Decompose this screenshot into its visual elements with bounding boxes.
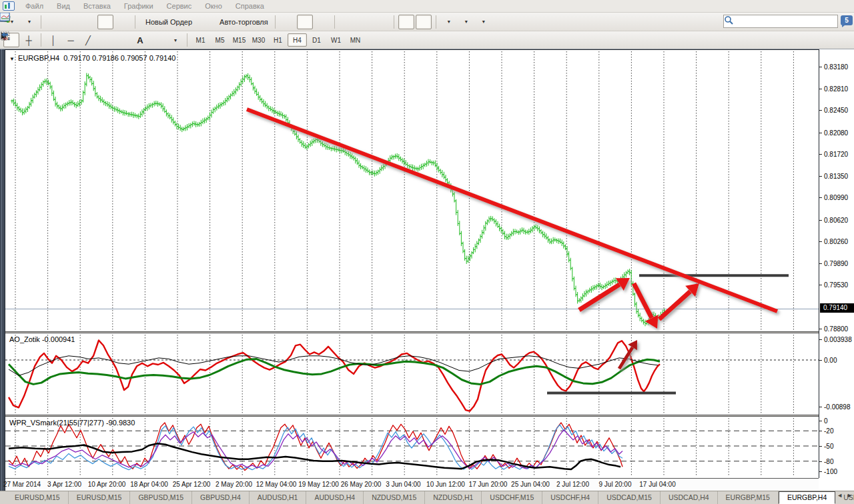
- text-label-tool-button[interactable]: T: [149, 33, 165, 47]
- menu-item-окно[interactable]: Окно: [198, 1, 229, 11]
- tab-scroll-left-icon[interactable]: ◄: [837, 492, 843, 499]
- market-watch-button[interactable]: [45, 15, 61, 29]
- search-input[interactable]: [724, 17, 835, 25]
- chart-dropdown-icon[interactable]: ▼: [9, 56, 15, 62]
- text-tool-button[interactable]: A: [132, 33, 148, 47]
- pair-tab-usdcad-m15[interactable]: USDCAD,M15: [598, 491, 661, 504]
- trendline-icon: ╱: [85, 36, 91, 45]
- ao-indicator-value: -0.000941: [42, 335, 75, 343]
- price-axis[interactable]: 0.831800.828100.824500.820800.817200.813…: [819, 49, 854, 478]
- toolbar-separator: [135, 15, 135, 29]
- pair-tab-audusd-h4[interactable]: AUDUSD,H4: [306, 491, 364, 504]
- price-chart-canvas[interactable]: [5, 50, 819, 331]
- strategy-tester-button[interactable]: [115, 15, 131, 29]
- standard-toolbar: ▾ ▾ Новый Ордер Авто-торговля: [0, 13, 854, 31]
- timeframe-d1[interactable]: D1: [307, 33, 326, 47]
- pair-tab-eurusd-m15[interactable]: EURUSD,M15: [69, 491, 131, 504]
- profiles-button[interactable]: ▾: [21, 15, 37, 29]
- wpr-axis-tick: [819, 431, 822, 431]
- pair-tab-nzdusd-h1[interactable]: NZDUSD,H1: [425, 491, 482, 504]
- mt4-window: ФайлВидВставкаГрафикиСервисОкноСправка ▾…: [0, 0, 854, 504]
- indicators-button[interactable]: ▾: [440, 15, 456, 29]
- pair-tab-eurgbp-h4[interactable]: EURGBP,H4: [779, 491, 835, 504]
- window-splitter[interactable]: [0, 49, 5, 504]
- zoom-out-button[interactable]: [356, 15, 372, 29]
- timeframe-m30[interactable]: M30: [249, 33, 268, 47]
- auto-scroll-button[interactable]: [398, 15, 414, 29]
- line-chart-type-button[interactable]: [314, 15, 330, 29]
- templates-button[interactable]: ▾: [475, 15, 491, 29]
- bar-chart-type-button[interactable]: [280, 15, 296, 29]
- menu-item-сервис[interactable]: Сервис: [160, 1, 199, 11]
- periods-button[interactable]: ▾: [458, 15, 474, 29]
- metaeditor-button[interactable]: [196, 15, 212, 29]
- zoom-in-button[interactable]: [339, 15, 355, 29]
- time-axis[interactable]: 27 Mar 20143 Apr 12:0010 Apr 20:0018 Apr…: [5, 478, 819, 491]
- time-axis-label: 9 Jul 20:00: [599, 481, 632, 488]
- pair-tab-audusd-h1[interactable]: AUDUSD,H1: [250, 491, 307, 504]
- current-price-box: 0.79140: [820, 303, 854, 313]
- timeframe-mn[interactable]: MN: [346, 33, 365, 47]
- tile-windows-button[interactable]: [374, 15, 390, 29]
- timeframe-buttons: M1M5M15M30H1H4D1W1MN: [191, 33, 365, 47]
- horizontal-line-tool-button[interactable]: ─: [63, 33, 79, 47]
- ao-axis-tick: [819, 339, 822, 340]
- pair-tab-usdcad-h4[interactable]: USDCAD,H4: [661, 491, 718, 504]
- price-axis-tick: [819, 176, 822, 177]
- trendline-tool-button[interactable]: ╱: [80, 33, 96, 47]
- pair-tab-usdchf-h4[interactable]: USDCHF,H4: [542, 491, 598, 504]
- menu-item-справка[interactable]: Справка: [229, 1, 271, 11]
- timeframe-w1[interactable]: W1: [326, 33, 346, 47]
- new-order-button[interactable]: Новый Ордер: [139, 15, 195, 29]
- pair-tab-gbpusd-h4[interactable]: GBPUSD,H4: [192, 491, 250, 504]
- timeframe-m5[interactable]: M5: [210, 33, 230, 47]
- timeframe-h1[interactable]: H1: [268, 33, 288, 47]
- price-axis-label: 0.82080: [824, 129, 848, 136]
- menu-item-файл[interactable]: Файл: [19, 1, 50, 11]
- main-price-chart[interactable]: ▼EURGBP,H4 0.79170 0.79186 0.79057 0.791…: [5, 49, 819, 331]
- price-axis-label: 0.78800: [824, 325, 848, 332]
- chart-title: ▼EURGBP,H4 0.79170 0.79186 0.79057 0.791…: [9, 54, 175, 62]
- crosshair-tool-button[interactable]: ┼: [21, 33, 37, 47]
- pair-tab-usdchf-m15[interactable]: USDCHF,M15: [482, 491, 542, 504]
- pair-tab-gbpusd-m15[interactable]: GBPUSD,M15: [130, 491, 192, 504]
- menu-item-вид[interactable]: Вид: [50, 1, 77, 11]
- data-window-button[interactable]: [63, 15, 79, 29]
- chart-region: ▼EURGBP,H4 0.79170 0.79186 0.79057 0.791…: [0, 49, 854, 491]
- menu-item-вставка[interactable]: Вставка: [77, 1, 117, 11]
- candlestick-type-button[interactable]: [297, 15, 313, 29]
- navigator-button[interactable]: [80, 15, 96, 29]
- toolbar-separator: [436, 15, 436, 29]
- wpr-indicator-value: -90.9830: [106, 419, 135, 427]
- terminal-button[interactable]: [97, 15, 113, 29]
- ao-indicator-label: AO_Zotik -0.000941: [9, 335, 75, 343]
- vertical-line-tool-button[interactable]: │: [45, 33, 61, 47]
- arrows-tool-button[interactable]: ▾: [167, 33, 183, 47]
- timeframe-m15[interactable]: M15: [230, 33, 249, 47]
- new-order-label: Новый Ордер: [145, 18, 192, 26]
- ao-indicator-window[interactable]: AO_Zotik -0.000941: [5, 333, 819, 415]
- menu-item-графики[interactable]: Графики: [117, 1, 160, 11]
- timeframe-h4[interactable]: H4: [288, 33, 307, 47]
- pair-tab-eurgbp-m15[interactable]: EURGBP,M15: [718, 491, 779, 504]
- ao-axis-label: 0.003938: [824, 336, 852, 343]
- wpr-indicator-window[interactable]: WPR_VSmark(21|55|77|277) -90.9830: [5, 417, 819, 478]
- wpr-axis-tick: [819, 421, 822, 421]
- auto-trading-button[interactable]: Авто-торговля: [214, 15, 271, 29]
- channel-tool-button[interactable]: E: [97, 33, 113, 47]
- price-axis-tick: [819, 110, 822, 111]
- toolbar-separator: [187, 33, 187, 47]
- ao-axis-tick: [819, 407, 822, 407]
- timeframe-m1[interactable]: M1: [191, 33, 210, 47]
- price-axis-label: 0.81720: [824, 150, 848, 157]
- fibonacci-tool-button[interactable]: F: [115, 33, 131, 47]
- wpr-axis-label: -100: [824, 468, 837, 475]
- notification-badge[interactable]: 5: [841, 15, 853, 25]
- time-axis-label: 12 May 04:00: [256, 481, 297, 488]
- pair-tab-eurusd-m15[interactable]: EURUSD,M15: [7, 491, 69, 504]
- ao-chart-canvas[interactable]: [5, 333, 819, 415]
- tab-scroll-right-icon[interactable]: ►: [847, 492, 853, 499]
- chart-shift-button[interactable]: [416, 15, 432, 29]
- pair-tab-nzdusd-m15[interactable]: NZDUSD,M15: [364, 491, 425, 504]
- price-axis-tick: [819, 329, 822, 329]
